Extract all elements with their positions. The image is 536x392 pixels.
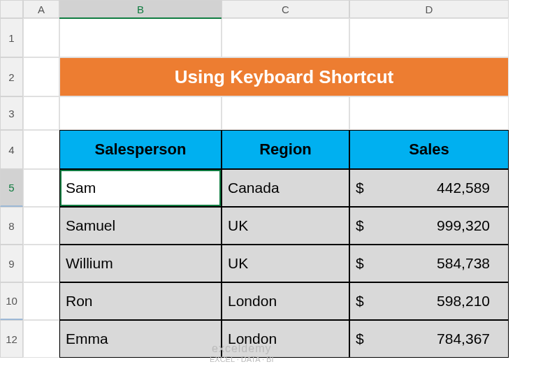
- col-header-B[interactable]: B: [59, 0, 222, 18]
- col-header-A[interactable]: A: [23, 0, 59, 18]
- cell-B3[interactable]: [59, 96, 222, 130]
- table-row: Sam Canada $ 442,589: [23, 169, 536, 207]
- col-header-D[interactable]: D: [349, 0, 509, 18]
- cell-salesperson[interactable]: Ron: [59, 282, 222, 320]
- cell-sales[interactable]: $ 784,367: [349, 320, 509, 358]
- cell-D1[interactable]: [349, 18, 509, 57]
- header-salesperson[interactable]: Salesperson: [59, 130, 222, 169]
- grid-content: Using Keyboard Shortcut Salesperson Regi…: [23, 18, 536, 358]
- row-header-12[interactable]: 12: [0, 320, 23, 358]
- row-header-2[interactable]: 2: [0, 57, 23, 96]
- cell-sales[interactable]: $ 999,320: [349, 207, 509, 245]
- cell-A8[interactable]: [23, 207, 59, 245]
- cell-region[interactable]: London: [222, 320, 349, 358]
- sales-value: 584,738: [364, 255, 502, 272]
- cell-region[interactable]: Canada: [222, 169, 349, 207]
- row-header-8[interactable]: 8: [0, 207, 23, 245]
- currency-symbol: $: [356, 331, 364, 347]
- cell-A2[interactable]: [23, 57, 59, 96]
- cell-A12[interactable]: [23, 320, 59, 358]
- row-header-5[interactable]: 5: [0, 169, 23, 207]
- cell-A1[interactable]: [23, 18, 59, 57]
- column-header-row: A B C D: [0, 0, 536, 18]
- cell-salesperson[interactable]: Samuel: [59, 207, 222, 245]
- cell-sales[interactable]: $ 584,738: [349, 245, 509, 282]
- cell-sales[interactable]: $ 442,589: [349, 169, 509, 207]
- cell-region[interactable]: UK: [222, 245, 349, 282]
- grid-row: [23, 18, 536, 57]
- cell-sales[interactable]: $ 598,210: [349, 282, 509, 320]
- cell-A5[interactable]: [23, 169, 59, 207]
- table-row: Emma London $ 784,367: [23, 320, 536, 358]
- select-all-corner[interactable]: [0, 0, 23, 18]
- header-sales[interactable]: Sales: [349, 130, 509, 169]
- active-cell[interactable]: Sam: [59, 169, 222, 207]
- grid-row: Using Keyboard Shortcut: [23, 57, 536, 96]
- currency-symbol: $: [356, 217, 364, 234]
- sales-value: 598,210: [364, 293, 502, 310]
- col-header-C[interactable]: C: [222, 0, 349, 18]
- cell-A3[interactable]: [23, 96, 59, 130]
- cell-A10[interactable]: [23, 282, 59, 320]
- sales-value: 999,320: [364, 217, 502, 234]
- row-header-area: 1 2 3 4 5 8 9 10 12: [0, 18, 23, 358]
- currency-symbol: $: [356, 255, 364, 272]
- row-header-1[interactable]: 1: [0, 18, 23, 57]
- selection-top-border: [59, 17, 222, 19]
- cell-region[interactable]: UK: [222, 207, 349, 245]
- cell-salesperson[interactable]: Emma: [59, 320, 222, 358]
- currency-symbol: $: [356, 180, 364, 196]
- sales-value: 784,367: [364, 331, 502, 347]
- table-row: Willium UK $ 584,738: [23, 245, 536, 282]
- cell-A9[interactable]: [23, 245, 59, 282]
- table-row: Samuel UK $ 999,320: [23, 207, 536, 245]
- row-header-4[interactable]: 4: [0, 130, 23, 169]
- cell-D3[interactable]: [349, 96, 509, 130]
- cell-A4[interactable]: [23, 130, 59, 169]
- cell-C1[interactable]: [222, 18, 349, 57]
- currency-symbol: $: [356, 293, 364, 310]
- title-banner[interactable]: Using Keyboard Shortcut: [59, 57, 509, 96]
- cell-salesperson[interactable]: Willium: [59, 245, 222, 282]
- cell-region[interactable]: London: [222, 282, 349, 320]
- sales-value: 442,589: [364, 180, 502, 196]
- row-header-9[interactable]: 9: [0, 245, 23, 282]
- cell-B1[interactable]: [59, 18, 222, 57]
- row-header-10[interactable]: 10: [0, 282, 23, 320]
- header-region[interactable]: Region: [222, 130, 349, 169]
- row-header-3[interactable]: 3: [0, 96, 23, 130]
- table-row: Ron London $ 598,210: [23, 282, 536, 320]
- cell-C3[interactable]: [222, 96, 349, 130]
- table-header-row: Salesperson Region Sales: [23, 130, 536, 169]
- grid-row: [23, 96, 536, 130]
